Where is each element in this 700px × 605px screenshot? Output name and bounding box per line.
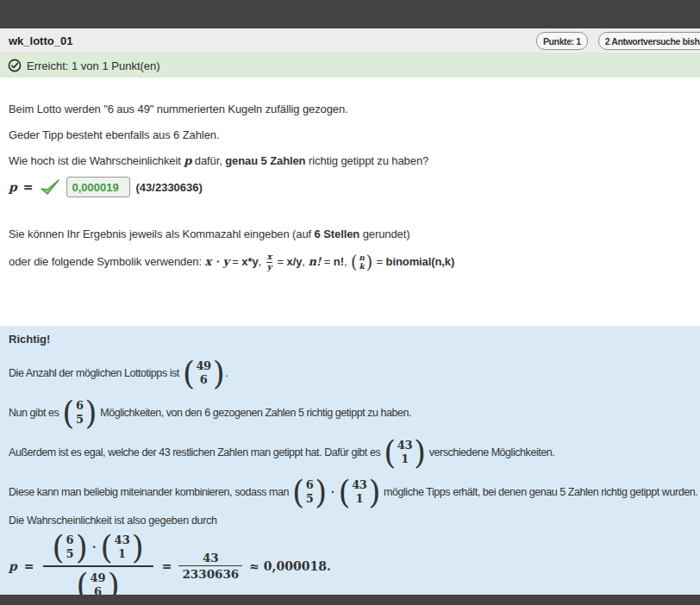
paren-right: ) <box>368 475 380 509</box>
binomial-coefficient-6-5: (65) <box>62 396 97 429</box>
paren-left: ( <box>351 253 357 271</box>
quiz-page: wk_lotto_01 Punkte: 1 2 Antwortversuche … <box>0 0 700 605</box>
multiplication-dot: · <box>328 485 338 499</box>
equals-sign: = <box>274 255 287 269</box>
feedback-heading: Richtig! <box>9 333 691 346</box>
math-expression: x · y <box>204 255 228 269</box>
text-segment: Diese kann man beliebig miteinander komb… <box>9 485 291 499</box>
text-segment: , <box>302 255 308 269</box>
text-segment: Nun gibt es <box>9 406 61 420</box>
text-segment: , <box>344 255 350 269</box>
math-var-p: p <box>9 180 17 194</box>
paren-right: ) <box>366 253 372 271</box>
paren-left: ( <box>101 530 113 564</box>
math-var-p: p <box>9 559 17 573</box>
paren-left: ( <box>183 356 195 390</box>
feedback-line-5: Die Wahrscheinlichkeit ist also gegeben … <box>9 514 691 527</box>
binomial-coefficient-49-6: (496) <box>77 569 120 596</box>
symbol-label: x/y <box>287 255 303 269</box>
symbol-label: x*y <box>241 255 258 269</box>
paren-left: ( <box>384 435 396 470</box>
binomial-coefficient-49-6: (496) <box>183 357 224 390</box>
text-segment: Möglichkeiten, von den 6 gezogenen Zahle… <box>97 406 411 420</box>
symbol-label: n! <box>334 255 344 269</box>
paren-right: ) <box>85 396 97 430</box>
fraction-x-over-y: xy <box>266 253 272 272</box>
status-bar: Erreicht: 1 von 1 Punkt(en) <box>0 53 700 78</box>
binomial-coefficient-6-5: (65) <box>292 476 327 508</box>
paren-right: ) <box>315 475 327 509</box>
text-segment: verschiedene Möglichkeiten. <box>427 446 555 459</box>
question-line-3: Wie hoch ist die Wahrscheinlichkeit p da… <box>9 154 691 168</box>
paren-right: ) <box>76 530 88 564</box>
equals-sign: = <box>162 559 172 573</box>
binomial-coefficient-6-5: (65) <box>53 531 88 564</box>
paren-left: ( <box>77 568 89 595</box>
answer-input[interactable] <box>66 177 130 197</box>
status-text: Erreicht: 1 von 1 Punkt(en) <box>27 59 160 72</box>
paren-left: ( <box>292 475 304 509</box>
text-segment: richtig getippt zu haben? <box>305 154 428 167</box>
equals-sign: = <box>23 180 34 194</box>
binomial-coefficient-43-1: (431) <box>101 531 144 564</box>
bottom-window-bar <box>0 595 700 605</box>
attempts-badge: 2 Antwortversuche bisher <box>598 32 700 50</box>
symbol-label: binomial(n,k) <box>386 255 455 269</box>
fraction-denominator: (496) <box>67 567 129 596</box>
green-check-icon <box>40 178 60 196</box>
multiplication-dot: · <box>92 540 97 554</box>
probability-formula: p = (65) · (431) (496) = 432330636 ≈ 0,0… <box>9 531 691 595</box>
text-segment: gerundet) <box>359 228 409 240</box>
math-var-p: p <box>184 154 191 167</box>
text-segment: mögliche Tipps erhält, bei denen genau 5… <box>381 485 697 499</box>
feedback-line-3: Außerdem ist es egal, welche der 43 rest… <box>9 433 691 472</box>
equals-sign: = <box>321 255 334 269</box>
paren-left: ( <box>339 475 351 509</box>
equals-sign: = <box>24 559 34 573</box>
paren-right: ) <box>108 568 120 595</box>
equals-sign: = <box>373 255 386 269</box>
hint-line-2: oder die folgende Symbolik verwenden: x … <box>9 253 691 272</box>
question-line-2: Geder Tipp besteht ebenfalls aus 6 Zahle… <box>9 128 691 142</box>
feedback-panel: Richtig! Die Anzahl der möglichen Lottot… <box>0 326 700 595</box>
approx-result: ≈ 0,000018. <box>249 559 331 573</box>
question-body: Beim Lotto werden "6 aus 49" nummerierte… <box>0 78 700 326</box>
equals-sign: = <box>229 255 242 269</box>
text-segment: Wie hoch ist die Wahrscheinlichkeit <box>9 154 184 167</box>
feedback-line-4: Diese kann man beliebig miteinander komb… <box>9 472 691 512</box>
question-line-1: Beim Lotto werden "6 aus 49" nummerierte… <box>9 103 691 116</box>
bold-segment: genau 5 Zahlen <box>225 154 305 167</box>
hint-line-1: Sie können Ihr Ergebnis jeweils als Komm… <box>9 228 691 241</box>
text-segment: , <box>259 255 265 269</box>
text-segment: Außerdem ist es egal, welche der 43 rest… <box>9 446 383 459</box>
text-segment: Sie können Ihr Ergebnis jeweils als Komm… <box>9 228 315 240</box>
question-title: wk_lotto_01 <box>9 34 72 47</box>
big-fraction: (65) · (431) (496) <box>43 531 153 595</box>
badge-group: Punkte: 1 2 Antwortversuche bisher <box>536 32 700 50</box>
paren-right: ) <box>213 356 225 390</box>
text-segment: dafür, <box>191 154 225 167</box>
text-segment: oder die folgende Symbolik verwenden: <box>9 255 204 269</box>
math-expression: n! <box>308 255 321 269</box>
answer-row: p = (43/2330636) <box>9 177 691 197</box>
feedback-line-1: Die Anzahl der möglichen Lottotipps ist … <box>9 353 691 393</box>
binomial-coefficient-nk: (nk) <box>351 253 372 271</box>
fraction-numerator: (65) · (431) <box>43 531 153 565</box>
circle-check-icon <box>8 59 22 72</box>
binomial-coefficient-43-1: (431) <box>384 436 425 469</box>
answer-annotation: (43/2330636) <box>136 181 203 194</box>
points-badge: Punkte: 1 <box>536 32 588 50</box>
feedback-line-2: Nun gibt es (65) Möglichkeiten, von den … <box>9 393 691 433</box>
question-header: wk_lotto_01 Punkte: 1 2 Antwortversuche … <box>0 28 700 53</box>
numeric-fraction: 432330636 <box>178 551 242 582</box>
text-segment: . <box>225 366 228 380</box>
paren-right: ) <box>414 435 426 470</box>
binomial-coefficient-43-1: (431) <box>339 476 380 508</box>
paren-right: ) <box>132 530 144 564</box>
paren-left: ( <box>62 396 74 430</box>
text-segment: Die Anzahl der möglichen Lottotipps ist <box>9 366 182 380</box>
top-window-bar <box>0 0 700 28</box>
paren-left: ( <box>53 530 65 564</box>
bold-segment: 6 Stellen <box>315 228 360 240</box>
